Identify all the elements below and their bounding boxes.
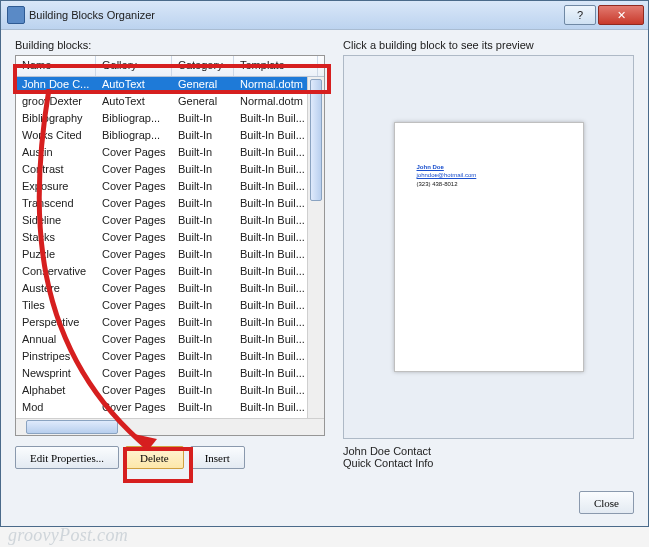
table-row[interactable]: NewsprintCover PagesBuilt-InBuilt-In Bui…	[16, 366, 324, 383]
cell-category: Built-In	[172, 315, 234, 332]
cell-template: Built-In Buil...	[234, 179, 318, 196]
cell-name: Exposure	[16, 179, 96, 196]
cell-gallery: AutoText	[96, 77, 172, 94]
cell-gallery: Cover Pages	[96, 247, 172, 264]
preview-doc-phone: (323) 438-8012	[417, 180, 561, 188]
cell-name: Bibliography	[16, 111, 96, 128]
cell-gallery: Cover Pages	[96, 281, 172, 298]
window-title: Building Blocks Organizer	[29, 9, 564, 21]
building-blocks-list[interactable]: Name Gallery Category Template John Doe …	[15, 55, 325, 436]
edit-properties-button[interactable]: Edit Properties...	[15, 446, 119, 469]
cell-gallery: Cover Pages	[96, 213, 172, 230]
delete-button[interactable]: Delete	[125, 446, 184, 469]
app-icon	[7, 6, 25, 24]
cell-category: Built-In	[172, 281, 234, 298]
insert-button[interactable]: Insert	[190, 446, 245, 469]
help-button[interactable]: ?	[564, 5, 596, 25]
col-name[interactable]: Name	[16, 56, 96, 76]
cell-category: Built-In	[172, 349, 234, 366]
cell-template: Built-In Buil...	[234, 247, 318, 264]
cell-gallery: Cover Pages	[96, 383, 172, 400]
table-row[interactable]: Works CitedBibliograp...Built-InBuilt-In…	[16, 128, 324, 145]
cell-gallery: Cover Pages	[96, 349, 172, 366]
table-row[interactable]: TranscendCover PagesBuilt-InBuilt-In Bui…	[16, 196, 324, 213]
table-row[interactable]: groovDexterAutoTextGeneralNormal.dotm	[16, 94, 324, 111]
col-category[interactable]: Category	[172, 56, 234, 76]
dialog-window: Building Blocks Organizer ? ✕ Building b…	[0, 0, 649, 527]
cell-name: Stacks	[16, 230, 96, 247]
cell-category: Built-In	[172, 366, 234, 383]
table-row[interactable]: BibliographyBibliograp...Built-InBuilt-I…	[16, 111, 324, 128]
cell-name: Contrast	[16, 162, 96, 179]
cell-name: Cubicles	[16, 417, 96, 418]
col-gallery[interactable]: Gallery	[96, 56, 172, 76]
cell-template: Built-In Buil...	[234, 383, 318, 400]
cell-name: Works Cited	[16, 128, 96, 145]
cell-category: General	[172, 94, 234, 111]
table-row[interactable]: ModCover PagesBuilt-InBuilt-In Buil...	[16, 400, 324, 417]
cell-name: Austin	[16, 145, 96, 162]
table-row[interactable]: PuzzleCover PagesBuilt-InBuilt-In Buil..…	[16, 247, 324, 264]
cell-category: Built-In	[172, 230, 234, 247]
cell-gallery: Cover Pages	[96, 417, 172, 418]
cell-gallery: Cover Pages	[96, 145, 172, 162]
vertical-scrollbar[interactable]	[307, 77, 324, 418]
table-row[interactable]: AnnualCover PagesBuilt-InBuilt-In Buil..…	[16, 332, 324, 349]
scrollbar-thumb[interactable]	[310, 79, 322, 201]
table-row[interactable]: John Doe C...AutoTextGeneralNormal.dotm	[16, 77, 324, 94]
preview-description: Quick Contact Info	[343, 457, 634, 469]
cell-category: Built-In	[172, 298, 234, 315]
cell-gallery: Bibliograp...	[96, 111, 172, 128]
cell-template: Built-In Buil...	[234, 196, 318, 213]
preview-doc-email: johndoe@hotmail.com	[417, 171, 561, 179]
col-template[interactable]: Template	[234, 56, 318, 76]
cell-gallery: Cover Pages	[96, 264, 172, 281]
cell-gallery: Cover Pages	[96, 298, 172, 315]
preview-hint-label: Click a building block to see its previe…	[343, 39, 634, 51]
cell-category: Built-In	[172, 128, 234, 145]
cell-gallery: Cover Pages	[96, 179, 172, 196]
table-row[interactable]: AustereCover PagesBuilt-InBuilt-In Buil.…	[16, 281, 324, 298]
close-button[interactable]: Close	[579, 491, 634, 514]
table-row[interactable]: TilesCover PagesBuilt-InBuilt-In Buil...	[16, 298, 324, 315]
cell-gallery: Cover Pages	[96, 315, 172, 332]
cell-template: Built-In Buil...	[234, 111, 318, 128]
close-window-button[interactable]: ✕	[598, 5, 644, 25]
cell-template: Built-In Buil...	[234, 400, 318, 417]
cell-gallery: AutoText	[96, 94, 172, 111]
scrollbar-thumb[interactable]	[26, 420, 118, 434]
table-row[interactable]: ExposureCover PagesBuilt-InBuilt-In Buil…	[16, 179, 324, 196]
table-row[interactable]: CubiclesCover PagesBuilt-InBuilt-In Buil…	[16, 417, 324, 418]
cell-template: Normal.dotm	[234, 94, 318, 111]
preview-document: John Doe johndoe@hotmail.com (323) 438-8…	[394, 122, 584, 372]
horizontal-scrollbar[interactable]	[16, 418, 324, 435]
preview-pane: John Doe johndoe@hotmail.com (323) 438-8…	[343, 55, 634, 439]
cell-template: Built-In Buil...	[234, 366, 318, 383]
table-row[interactable]: AustinCover PagesBuilt-InBuilt-In Buil..…	[16, 145, 324, 162]
cell-name: Mod	[16, 400, 96, 417]
list-header[interactable]: Name Gallery Category Template	[16, 56, 324, 77]
preview-doc-name: John Doe	[417, 163, 561, 171]
preview-name: John Doe Contact	[343, 445, 634, 457]
building-blocks-label: Building blocks:	[15, 39, 325, 51]
cell-template: Built-In Buil...	[234, 315, 318, 332]
cell-category: Built-In	[172, 247, 234, 264]
cell-name: John Doe C...	[16, 77, 96, 94]
table-row[interactable]: StacksCover PagesBuilt-InBuilt-In Buil..…	[16, 230, 324, 247]
table-row[interactable]: PerspectiveCover PagesBuilt-InBuilt-In B…	[16, 315, 324, 332]
cell-name: Newsprint	[16, 366, 96, 383]
table-row[interactable]: PinstripesCover PagesBuilt-InBuilt-In Bu…	[16, 349, 324, 366]
table-row[interactable]: AlphabetCover PagesBuilt-InBuilt-In Buil…	[16, 383, 324, 400]
table-row[interactable]: ContrastCover PagesBuilt-InBuilt-In Buil…	[16, 162, 324, 179]
cell-gallery: Cover Pages	[96, 366, 172, 383]
cell-name: Conservative	[16, 264, 96, 281]
cell-name: Transcend	[16, 196, 96, 213]
cell-template: Built-In Buil...	[234, 213, 318, 230]
cell-name: Sideline	[16, 213, 96, 230]
cell-template: Normal.dotm	[234, 77, 318, 94]
cell-category: General	[172, 77, 234, 94]
cell-template: Built-In Buil...	[234, 230, 318, 247]
cell-name: Pinstripes	[16, 349, 96, 366]
table-row[interactable]: SidelineCover PagesBuilt-InBuilt-In Buil…	[16, 213, 324, 230]
table-row[interactable]: ConservativeCover PagesBuilt-InBuilt-In …	[16, 264, 324, 281]
